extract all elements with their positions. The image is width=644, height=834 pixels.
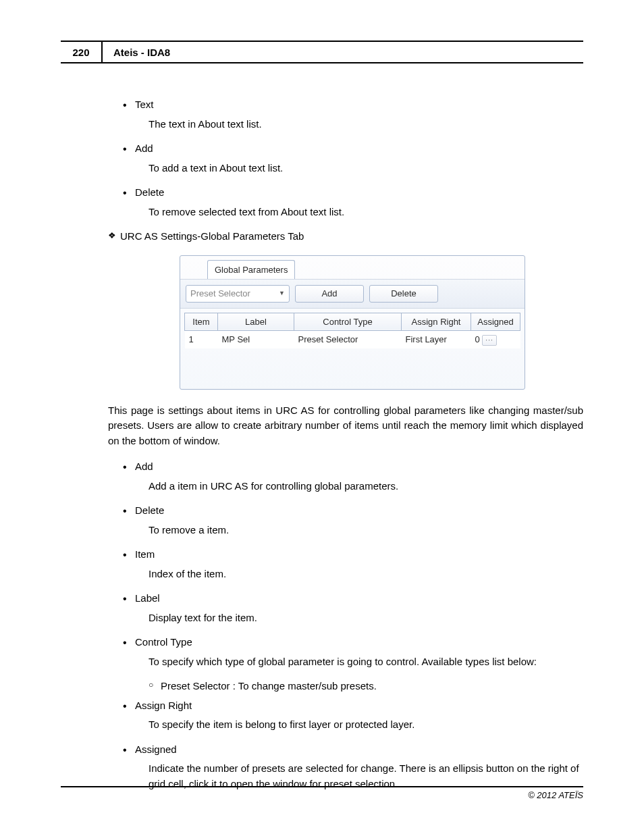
term-text: Text — [135, 99, 154, 110]
table-row[interactable]: 1 MP Sel Preset Selector First Layer 0 ·… — [185, 331, 520, 348]
desc-assign-right: To specify the item is belong to first l… — [135, 717, 583, 733]
term-assigned: Assigned — [135, 744, 177, 755]
desc-label: Display text for the item. — [135, 610, 583, 626]
document-title: Ateis - IDA8 — [103, 42, 583, 62]
assigned-value: 0 — [475, 334, 480, 344]
term-label: Label — [135, 592, 160, 604]
cell-label: MP Sel — [218, 331, 294, 348]
sub-preset-selector: Preset Selector : To change master/sub p… — [149, 679, 583, 694]
preset-selector-combo[interactable]: Preset Selector ▼ — [186, 285, 290, 303]
section-heading-global-params: URC AS Settings-Global Parameters Tab — [108, 229, 583, 244]
definition-list-1: Text The text in About text list. Add To… — [122, 97, 583, 219]
desc-control-type: To specify which type of global paramete… — [135, 654, 583, 670]
col-header-assign-right: Assign Right — [402, 313, 471, 331]
toolbar: Preset Selector ▼ Add Delete — [180, 279, 525, 309]
combo-placeholder: Preset Selector — [190, 287, 250, 301]
cell-assign-right: First Layer — [402, 331, 471, 348]
page-header: 220 Ateis - IDA8 — [61, 41, 583, 63]
desc-item: Index of the item. — [135, 567, 583, 582]
page-footer: © 2012 ATEÏS — [61, 786, 583, 800]
delete-button[interactable]: Delete — [369, 285, 438, 303]
desc-delete: To remove selected text from About text … — [135, 205, 583, 220]
col-header-label: Label — [218, 313, 294, 331]
ellipsis-button[interactable]: ··· — [482, 335, 496, 346]
section-description: This page is settings about items in URC… — [108, 403, 583, 449]
cell-control-type: Preset Selector — [294, 331, 402, 348]
desc-text: The text in About text list. — [135, 117, 583, 132]
add-button[interactable]: Add — [295, 285, 364, 303]
col-header-item: Item — [185, 313, 218, 331]
desc-add-2: Add a item in URC AS for controlling glo… — [135, 479, 583, 494]
page-number: 220 — [61, 42, 103, 62]
cell-assigned: 0 ··· — [471, 331, 520, 348]
cell-item: 1 — [185, 331, 218, 348]
col-header-control-type: Control Type — [294, 313, 402, 331]
term-assign-right: Assign Right — [135, 700, 192, 711]
term-add-2: Add — [135, 461, 153, 472]
definition-list-2: Add Add a item in URC AS for controlling… — [122, 459, 583, 791]
term-item: Item — [135, 548, 155, 560]
col-header-assigned: Assigned — [471, 313, 520, 331]
desc-delete-2: To remove a item. — [135, 523, 583, 538]
global-parameters-panel: Global Parameters Preset Selector ▼ Add … — [180, 255, 525, 390]
parameters-table: Item Label Control Type Assign Right Ass… — [184, 313, 520, 348]
term-delete-2: Delete — [135, 504, 164, 516]
term-delete: Delete — [135, 186, 164, 198]
chevron-down-icon: ▼ — [279, 289, 285, 298]
tab-global-parameters[interactable]: Global Parameters — [207, 260, 295, 280]
desc-add: To add a text in About text list. — [135, 161, 583, 176]
term-add: Add — [135, 142, 153, 154]
term-control-type: Control Type — [135, 636, 192, 648]
